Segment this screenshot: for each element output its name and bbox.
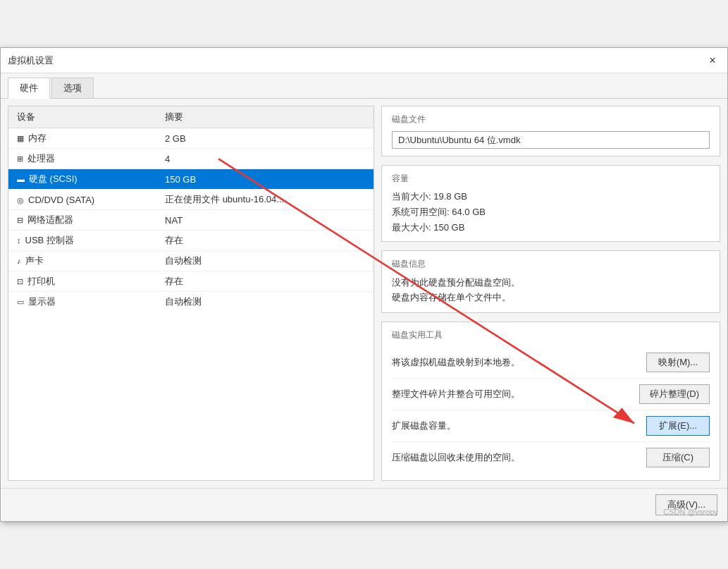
device-cell: ⊞处理器 bbox=[8, 149, 156, 169]
bottom-bar: 高级(V)... bbox=[1, 488, 727, 521]
summary-cell: 4 bbox=[156, 149, 374, 169]
device-row[interactable]: ♪声卡自动检测 bbox=[8, 251, 374, 271]
tool-button[interactable]: 映射(M)... bbox=[646, 353, 710, 372]
icon-sound: ♪ bbox=[17, 257, 21, 265]
capacity-info: 当前大小: 19.8 GB系统可用空间: 64.0 GB最大大小: 150 GB bbox=[392, 190, 710, 234]
main-window: 虚拟机设置 × 硬件 选项 设备 摘要 ▦内存2 GB⊞处 bbox=[0, 47, 728, 522]
device-row[interactable]: ⊞处理器4 bbox=[8, 149, 374, 169]
icon-hdd: ▬ bbox=[17, 175, 25, 183]
window-title: 虚拟机设置 bbox=[8, 54, 54, 67]
summary-cell: 自动检测 bbox=[156, 251, 374, 271]
tools-rows: 将该虚拟机磁盘映射到本地卷。映射(M)...整理文件碎片并整合可用空间。碎片整理… bbox=[392, 347, 710, 473]
tool-row: 扩展磁盘容量。扩展(E)... bbox=[392, 410, 710, 442]
device-cell: ▬硬盘 (SCSI) bbox=[8, 169, 156, 190]
device-cell: ▭显示器 bbox=[8, 292, 156, 312]
icon-cd: ◎ bbox=[17, 196, 24, 204]
tool-row: 压缩磁盘以回收未使用的空间。压缩(C) bbox=[392, 442, 710, 473]
device-cell: ▦内存 bbox=[8, 128, 156, 149]
col-device: 设备 bbox=[8, 106, 156, 128]
disk-info-title: 磁盘信息 bbox=[392, 258, 710, 270]
icon-mem: ▦ bbox=[17, 134, 24, 142]
disk-file-section: 磁盘文件 bbox=[381, 106, 720, 157]
device-row[interactable]: ⊡打印机存在 bbox=[8, 271, 374, 292]
icon-print: ⊡ bbox=[17, 277, 23, 286]
disk-info-section: 磁盘信息 没有为此硬盘预分配磁盘空间。硬盘内容存储在单个文件中。 bbox=[381, 250, 720, 313]
tab-hardware[interactable]: 硬件 bbox=[8, 78, 50, 99]
watermark: CSDN @vsropy bbox=[663, 508, 718, 516]
col-summary: 摘要 bbox=[156, 106, 374, 128]
device-cell: ⊟网络适配器 bbox=[8, 210, 156, 231]
capacity-row: 系统可用空间: 64.0 GB bbox=[392, 206, 710, 219]
title-bar: 虚拟机设置 × bbox=[1, 48, 727, 73]
capacity-row: 最大大小: 150 GB bbox=[392, 221, 710, 234]
tool-button[interactable]: 扩展(E)... bbox=[646, 416, 710, 436]
tool-button[interactable]: 压缩(C) bbox=[646, 448, 710, 467]
tool-desc: 将该虚拟机磁盘映射到本地卷。 bbox=[392, 356, 646, 369]
tool-desc: 整理文件碎片并整合可用空间。 bbox=[392, 388, 639, 400]
summary-cell: 自动检测 bbox=[156, 292, 374, 312]
left-panel: 设备 摘要 ▦内存2 GB⊞处理器4▬硬盘 (SCSI)150 GB◎CD/DV… bbox=[8, 106, 374, 481]
disk-info-line: 没有为此硬盘预分配磁盘空间。 bbox=[392, 276, 710, 290]
icon-disp: ▭ bbox=[17, 298, 24, 306]
tool-row: 将该虚拟机磁盘映射到本地卷。映射(M)... bbox=[392, 347, 710, 379]
tool-button[interactable]: 碎片整理(D) bbox=[639, 384, 710, 404]
tool-desc: 压缩磁盘以回收未使用的空间。 bbox=[392, 451, 646, 464]
disk-info-text: 没有为此硬盘预分配磁盘空间。硬盘内容存储在单个文件中。 bbox=[392, 276, 710, 305]
tab-options[interactable]: 选项 bbox=[51, 78, 94, 98]
summary-cell: NAT bbox=[156, 210, 374, 231]
device-table: 设备 摘要 ▦内存2 GB⊞处理器4▬硬盘 (SCSI)150 GB◎CD/DV… bbox=[8, 106, 374, 312]
summary-cell: 2 GB bbox=[156, 128, 374, 149]
disk-file-title: 磁盘文件 bbox=[392, 114, 710, 126]
close-button[interactable]: × bbox=[705, 53, 720, 68]
summary-cell: 正在使用文件 ubuntu-16.04.... bbox=[156, 190, 374, 210]
device-cell: ◎CD/DVD (SATA) bbox=[8, 190, 156, 210]
disk-info-line: 硬盘内容存储在单个文件中。 bbox=[392, 290, 710, 305]
summary-cell: 150 GB bbox=[156, 169, 374, 190]
disk-file-input[interactable] bbox=[392, 131, 710, 149]
tabs-bar: 硬件 选项 bbox=[1, 73, 727, 99]
capacity-row: 当前大小: 19.8 GB bbox=[392, 190, 710, 203]
capacity-title: 容量 bbox=[392, 173, 710, 185]
content-area: 设备 摘要 ▦内存2 GB⊞处理器4▬硬盘 (SCSI)150 GB◎CD/DV… bbox=[1, 99, 727, 488]
device-row[interactable]: ▦内存2 GB bbox=[8, 128, 374, 149]
icon-net: ⊟ bbox=[17, 216, 23, 224]
device-cell: ↕USB 控制器 bbox=[8, 231, 156, 251]
capacity-section: 容量 当前大小: 19.8 GB系统可用空间: 64.0 GB最大大小: 150… bbox=[381, 165, 720, 242]
device-cell: ⊡打印机 bbox=[8, 271, 156, 292]
summary-cell: 存在 bbox=[156, 271, 374, 292]
device-row[interactable]: ↕USB 控制器存在 bbox=[8, 231, 374, 251]
device-cell: ♪声卡 bbox=[8, 251, 156, 271]
device-row[interactable]: ◎CD/DVD (SATA)正在使用文件 ubuntu-16.04.... bbox=[8, 190, 374, 210]
tools-section: 磁盘实用工具 将该虚拟机磁盘映射到本地卷。映射(M)...整理文件碎片并整合可用… bbox=[381, 322, 720, 481]
device-row[interactable]: ▭显示器自动检测 bbox=[8, 292, 374, 312]
icon-cpu: ⊞ bbox=[17, 154, 23, 163]
summary-cell: 存在 bbox=[156, 231, 374, 251]
right-panel: 磁盘文件 容量 当前大小: 19.8 GB系统可用空间: 64.0 GB最大大小… bbox=[381, 106, 720, 481]
tools-title: 磁盘实用工具 bbox=[392, 329, 710, 341]
device-row[interactable]: ⊟网络适配器NAT bbox=[8, 210, 374, 231]
tool-desc: 扩展磁盘容量。 bbox=[392, 420, 646, 432]
icon-usb: ↕ bbox=[17, 236, 21, 245]
device-row[interactable]: ▬硬盘 (SCSI)150 GB bbox=[8, 169, 374, 190]
tool-row: 整理文件碎片并整合可用空间。碎片整理(D) bbox=[392, 379, 710, 410]
